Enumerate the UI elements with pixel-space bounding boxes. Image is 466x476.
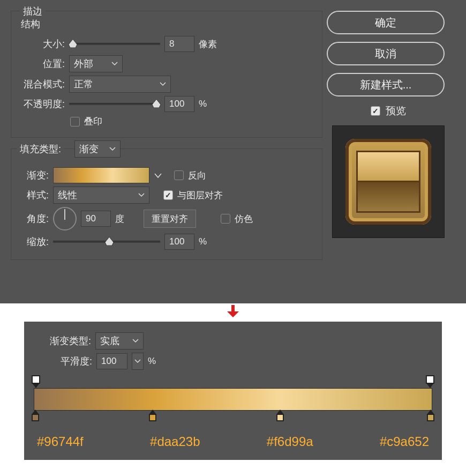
structure-title: 结构 xyxy=(21,18,317,31)
smooth-input[interactable]: 100 xyxy=(96,353,127,369)
size-label: 大小: xyxy=(17,38,65,50)
ok-button[interactable]: 确定 xyxy=(327,11,445,34)
blend-dropdown[interactable]: 正常 xyxy=(69,76,171,93)
scale-unit: % xyxy=(199,236,207,247)
chevron-down-icon xyxy=(138,193,145,197)
size-slider[interactable] xyxy=(69,43,160,45)
hex-2: #daa23b xyxy=(150,434,200,449)
angle-unit: 度 xyxy=(115,213,124,225)
preview-swatch xyxy=(332,125,445,238)
gradient-label: 渐变: xyxy=(17,169,49,182)
hex-4: #c9a652 xyxy=(380,434,429,449)
position-dropdown[interactable]: 外部 xyxy=(69,55,123,72)
chevron-down-icon xyxy=(134,359,141,363)
preview-checkbox[interactable] xyxy=(371,106,380,116)
new-style-button[interactable]: 新建样式... xyxy=(327,73,445,96)
side-panel: 确定 取消 新建样式... 预览 xyxy=(327,0,466,303)
chevron-down-icon xyxy=(111,62,118,66)
reset-align-button[interactable]: 重置对齐 xyxy=(144,210,196,228)
align-checkbox[interactable] xyxy=(163,190,173,200)
dither-checkbox[interactable] xyxy=(221,214,230,224)
chevron-down-icon[interactable] xyxy=(154,171,162,181)
opacity-label: 不透明度: xyxy=(17,98,65,110)
gradient-bar[interactable] xyxy=(34,388,432,411)
style-label: 样式: xyxy=(17,189,49,202)
stroke-title: 描边 xyxy=(20,5,46,18)
style-dropdown[interactable]: 线性 xyxy=(53,187,149,204)
opacity-slider[interactable] xyxy=(69,103,160,105)
opacity-stop-right[interactable] xyxy=(426,375,434,387)
blend-label: 混合模式: xyxy=(17,78,65,91)
gradient-bar-wrap xyxy=(34,375,432,434)
layer-style-dialog: 描边 结构 大小: 8 像素 位置: 外部 xyxy=(0,0,466,303)
color-stop-1[interactable] xyxy=(32,411,39,421)
overprint-checkbox[interactable] xyxy=(70,117,80,127)
color-stop-4[interactable] xyxy=(427,411,434,421)
smooth-unit: % xyxy=(148,356,156,367)
chevron-down-icon xyxy=(160,82,166,86)
chevron-down-icon xyxy=(109,147,116,151)
reverse-label: 反向 xyxy=(188,169,206,182)
gradient-editor: 渐变类型: 实底 平滑度: 100 % xyxy=(24,322,442,460)
gold-icon xyxy=(345,139,431,225)
angle-input[interactable]: 90 xyxy=(81,211,111,227)
size-unit: 像素 xyxy=(199,38,217,50)
dither-label: 仿色 xyxy=(235,213,253,225)
scale-slider[interactable] xyxy=(53,241,160,243)
opacity-input[interactable]: 100 xyxy=(164,96,194,112)
reverse-checkbox[interactable] xyxy=(174,170,184,180)
arrow-down-icon xyxy=(0,303,466,319)
smooth-dropdown[interactable] xyxy=(132,353,144,370)
smooth-label: 平滑度: xyxy=(61,355,92,368)
opacity-stop-left[interactable] xyxy=(32,375,40,387)
fill-type-row: 填充类型: xyxy=(17,143,64,155)
color-stop-2[interactable] xyxy=(149,411,156,421)
gradient-swatch[interactable] xyxy=(53,167,149,183)
position-label: 位置: xyxy=(17,57,65,70)
color-stop-3[interactable] xyxy=(276,411,284,421)
scale-label: 缩放: xyxy=(17,235,49,248)
angle-dial[interactable] xyxy=(53,207,77,230)
size-input[interactable]: 8 xyxy=(164,36,194,52)
grad-type-dropdown[interactable]: 实底 xyxy=(95,332,144,349)
fill-fieldset: 填充类型: 渐变 渐变: 反向 样式: xyxy=(11,148,322,260)
angle-label: 角度: xyxy=(17,212,49,225)
grad-type-label: 渐变类型: xyxy=(50,334,91,347)
overprint-label: 叠印 xyxy=(84,115,102,128)
main-panel: 描边 结构 大小: 8 像素 位置: 外部 xyxy=(0,0,327,303)
fill-type-dropdown[interactable]: 渐变 xyxy=(74,140,121,158)
hex-1: #96744f xyxy=(37,434,84,449)
scale-input[interactable]: 100 xyxy=(164,234,194,250)
hex-3: #f6d99a xyxy=(267,434,313,449)
stroke-fieldset: 描边 结构 大小: 8 像素 位置: 外部 xyxy=(11,11,322,138)
align-label: 与图层对齐 xyxy=(177,189,223,202)
preview-label: 预览 xyxy=(386,104,406,118)
chevron-down-icon xyxy=(132,339,139,343)
opacity-unit: % xyxy=(199,99,207,109)
cancel-button[interactable]: 取消 xyxy=(327,42,445,65)
